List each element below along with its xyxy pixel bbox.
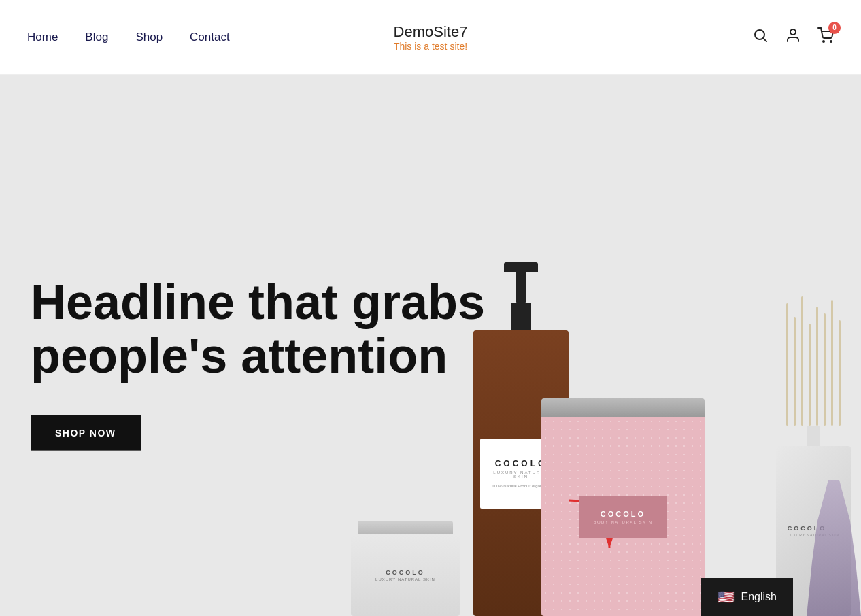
jar-large-lid — [541, 398, 705, 417]
jar-small-lid — [358, 521, 453, 534]
site-tagline: This is a test site! — [394, 41, 468, 52]
jar-large-brand: COCOLO — [586, 510, 660, 518]
jar-large-label: COCOLO BODY NATURAL SKIN — [579, 496, 667, 538]
main-nav: Home Blog Shop Contact — [27, 31, 230, 44]
reed-1 — [786, 303, 788, 426]
nav-home[interactable]: Home — [27, 31, 58, 44]
reed-3 — [801, 296, 803, 426]
site-header: Home Blog Shop Contact DemoSite7 This is… — [0, 0, 861, 75]
cart-badge: 0 — [828, 22, 841, 34]
account-icon[interactable] — [785, 27, 801, 48]
hero-section: Headline that grabs people's attention S… — [0, 75, 861, 616]
site-name: DemoSite7 — [394, 23, 468, 41]
nav-blog[interactable]: Blog — [85, 31, 108, 44]
language-selector[interactable]: 🇺🇸 English — [701, 578, 793, 616]
diffuser-reeds — [786, 290, 841, 426]
pump-top — [516, 262, 526, 303]
reed-2 — [794, 317, 796, 426]
svg-point-0 — [755, 30, 764, 39]
hero-headline: Headline that grabs people's attention — [31, 275, 493, 383]
reed-6 — [824, 313, 826, 426]
cart-icon[interactable]: 0 — [817, 27, 834, 48]
language-label: English — [741, 591, 777, 603]
diffuser-neck — [807, 426, 820, 446]
jar-small-brand: COCOLO — [386, 569, 425, 576]
jar-large-sub: BODY NATURAL SKIN — [586, 520, 660, 524]
hero-content: Headline that grabs people's attention S… — [31, 275, 493, 451]
reed-5 — [816, 307, 818, 426]
svg-point-2 — [790, 29, 796, 35]
jar-small-sub: LUXURY NATURAL SKIN — [375, 577, 435, 581]
reed-7 — [831, 300, 833, 426]
reed-4 — [809, 324, 811, 426]
reed-8 — [839, 320, 841, 426]
svg-line-1 — [764, 38, 766, 41]
site-brand: DemoSite7 This is a test site! — [394, 23, 468, 52]
nav-shop[interactable]: Shop — [135, 31, 163, 44]
svg-point-4 — [830, 41, 832, 42]
nav-contact[interactable]: Contact — [190, 31, 230, 44]
search-icon[interactable] — [752, 27, 769, 48]
svg-point-3 — [823, 41, 824, 42]
shop-now-button[interactable]: SHOP NOW — [31, 415, 141, 451]
pump-neck — [511, 303, 531, 330]
jar-small-body: COCOLO LUXURY NATURAL SKIN — [351, 534, 460, 616]
header-icons: 0 — [752, 27, 834, 48]
pump-head — [504, 262, 538, 272]
product-jar-small: COCOLO LUXURY NATURAL SKIN — [351, 521, 460, 616]
language-flag: 🇺🇸 — [718, 589, 735, 605]
